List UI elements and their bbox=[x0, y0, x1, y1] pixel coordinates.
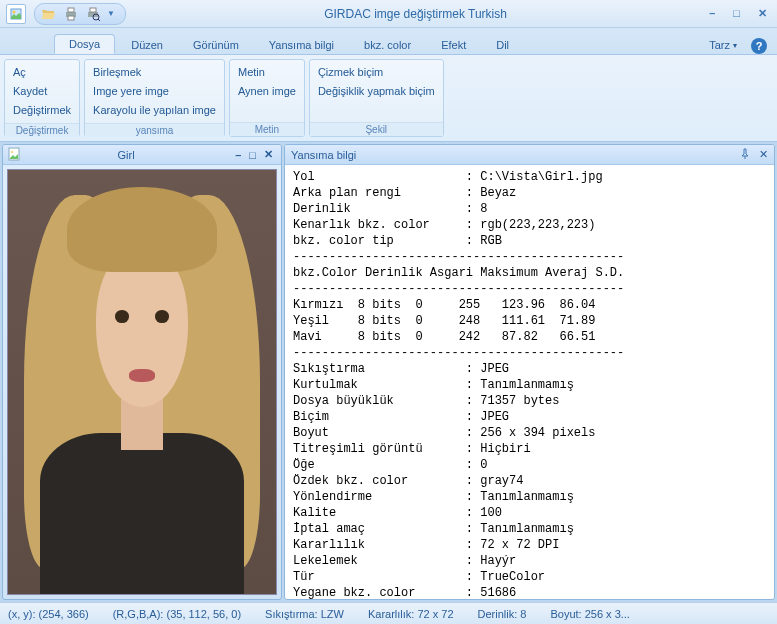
title-bar: ▼ GIRDAC imge değiştirmek Turkish – □ ✕ bbox=[0, 0, 777, 28]
image-child-window: Girl – □ ✕ bbox=[2, 144, 282, 600]
style-label: Tarz bbox=[709, 39, 730, 51]
status-size: Boyut: 256 x 3... bbox=[550, 608, 630, 620]
window-controls: – □ ✕ bbox=[705, 7, 771, 20]
child-close-button[interactable]: ✕ bbox=[260, 148, 277, 161]
status-resolution: Kararlılık: 72 x 72 bbox=[368, 608, 454, 620]
ribbon-cmd-karayolu-ile-yap-lan-imge[interactable]: Karayolu ile yapılan imge bbox=[93, 102, 216, 119]
ribbon-cmd-metin[interactable]: Metin bbox=[238, 64, 296, 81]
qat-dropdown-icon[interactable]: ▼ bbox=[107, 9, 115, 18]
info-panel-title: Yansıma bilgi bbox=[291, 149, 356, 161]
ribbon-cmd-de-i-tirmek[interactable]: Değiştirmek bbox=[13, 102, 71, 119]
svg-point-1 bbox=[13, 10, 16, 13]
tab-d-zen[interactable]: Düzen bbox=[117, 36, 177, 54]
tab-dosya[interactable]: Dosya bbox=[54, 34, 115, 54]
ribbon-cmd-aynen-imge[interactable]: Aynen imge bbox=[238, 83, 296, 100]
child-window-titlebar[interactable]: Girl – □ ✕ bbox=[3, 145, 281, 165]
quick-access-toolbar: ▼ bbox=[34, 3, 126, 25]
chevron-down-icon: ▾ bbox=[733, 41, 737, 50]
child-maximize-button[interactable]: □ bbox=[245, 149, 260, 161]
ribbon-cmd--izmek-bi-im[interactable]: Çizmek biçim bbox=[318, 64, 435, 81]
svg-point-10 bbox=[11, 151, 13, 153]
status-xy: (x, y): (254, 366) bbox=[8, 608, 89, 620]
tab-bkz-color[interactable]: bkz. color bbox=[350, 36, 425, 54]
app-icon[interactable] bbox=[6, 4, 26, 24]
print-icon[interactable] bbox=[63, 6, 79, 22]
status-bar: (x, y): (254, 366) (R,G,B,A): (35, 112, … bbox=[0, 602, 777, 624]
ribbon-tabs: DosyaDüzenGörünümYansıma bilgibkz. color… bbox=[0, 28, 777, 54]
ribbon-group-yans-ma: BirleşmekImge yere imgeKarayolu ile yapı… bbox=[84, 59, 225, 137]
document-icon bbox=[7, 147, 21, 163]
help-icon[interactable]: ? bbox=[751, 38, 767, 54]
ribbon-group--ekil: Çizmek biçimDeğişiklik yapmak biçimŞekil bbox=[309, 59, 444, 137]
image-canvas[interactable] bbox=[7, 169, 277, 595]
tab-dil[interactable]: Dil bbox=[482, 36, 523, 54]
info-panel-body: Yol : C:\Vista\Girl.jpg Arka plan rengi … bbox=[285, 165, 774, 599]
pin-icon[interactable] bbox=[739, 148, 751, 162]
minimize-button[interactable]: – bbox=[705, 7, 719, 20]
ribbon-cmd-kaydet[interactable]: Kaydet bbox=[13, 83, 71, 100]
tab-g-r-n-m[interactable]: Görünüm bbox=[179, 36, 253, 54]
window-title: GIRDAC imge değiştirmek Turkish bbox=[126, 7, 705, 21]
ribbon-group-de-i-tirmek: AçKaydetDeğiştirmekDeğiştirmek bbox=[4, 59, 80, 137]
workspace: Girl – □ ✕ Yansıma bilgi ✕ bbox=[0, 142, 777, 602]
maximize-button[interactable]: □ bbox=[729, 7, 744, 20]
svg-line-8 bbox=[98, 19, 100, 21]
style-dropdown[interactable]: Tarz ▾ bbox=[701, 36, 745, 54]
tab-yans-ma-bilgi[interactable]: Yansıma bilgi bbox=[255, 36, 348, 54]
ribbon: AçKaydetDeğiştirmekDeğiştirmekBirleşmekI… bbox=[0, 54, 777, 142]
ribbon-cmd-a-[interactable]: Aç bbox=[13, 64, 71, 81]
image-info-panel: Yansıma bilgi ✕ Yol : C:\Vista\Girl.jpg … bbox=[284, 144, 775, 600]
status-depth: Derinlik: 8 bbox=[478, 608, 527, 620]
svg-rect-3 bbox=[68, 8, 74, 12]
ribbon-group-label: Değiştirmek bbox=[5, 123, 79, 137]
ribbon-group-metin: MetinAynen imgeMetin bbox=[229, 59, 305, 137]
svg-rect-6 bbox=[90, 8, 96, 12]
svg-rect-4 bbox=[68, 16, 74, 20]
child-window-title: Girl bbox=[21, 149, 231, 161]
status-rgba: (R,G,B,A): (35, 112, 56, 0) bbox=[113, 608, 241, 620]
ribbon-cmd-imge-yere-imge[interactable]: Imge yere imge bbox=[93, 83, 216, 100]
info-panel-header[interactable]: Yansıma bilgi ✕ bbox=[285, 145, 774, 165]
ribbon-cmd-birle-mek[interactable]: Birleşmek bbox=[93, 64, 216, 81]
ribbon-cmd-de-i-iklik-yapmak-bi-im[interactable]: Değişiklik yapmak biçim bbox=[318, 83, 435, 100]
panel-close-icon[interactable]: ✕ bbox=[759, 148, 768, 161]
folder-open-icon[interactable] bbox=[41, 6, 57, 22]
child-minimize-button[interactable]: – bbox=[231, 149, 245, 161]
print-preview-icon[interactable] bbox=[85, 6, 101, 22]
close-button[interactable]: ✕ bbox=[754, 7, 771, 20]
ribbon-group-label: Metin bbox=[230, 122, 304, 136]
status-compression: Sıkıştırma: LZW bbox=[265, 608, 344, 620]
ribbon-group-label: Şekil bbox=[310, 122, 443, 136]
tab-efekt[interactable]: Efekt bbox=[427, 36, 480, 54]
ribbon-group-label: yansıma bbox=[85, 123, 224, 137]
